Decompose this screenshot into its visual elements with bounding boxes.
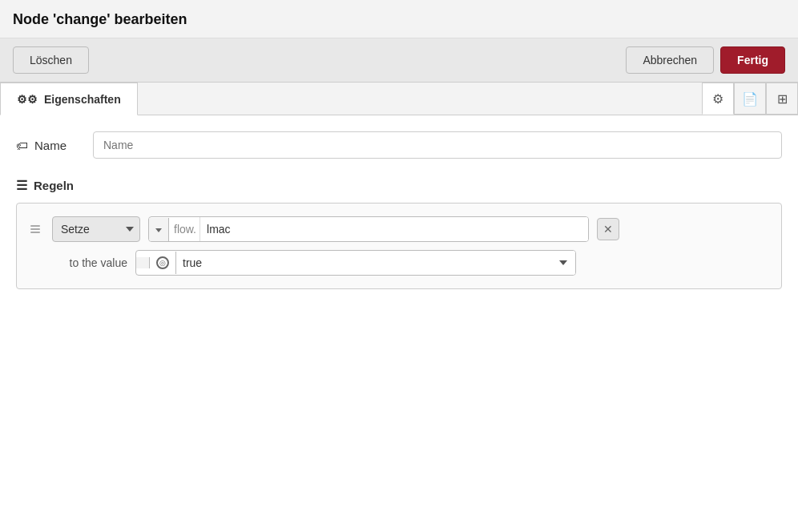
value-select-wrapper[interactable]: true false xyxy=(176,251,575,275)
rule-row-1: Setze Ändere Lösche Verschiebe flow. ✕ xyxy=(26,216,772,242)
tab-label: Eigenschaften xyxy=(44,93,121,106)
name-label: 🏷 Name xyxy=(16,139,80,152)
title-bar: Node 'change' bearbeiten xyxy=(0,0,798,38)
svg-rect-0 xyxy=(30,225,40,227)
action-select[interactable]: Setze Ändere Lösche Verschiebe xyxy=(52,216,140,242)
toolbar-left: Löschen xyxy=(13,46,89,74)
toolbar-right: Abbrechen Fertig xyxy=(626,46,785,74)
delete-rule-button[interactable]: ✕ xyxy=(597,218,619,240)
flow-dropdown-caret-icon xyxy=(155,224,162,236)
action-select-wrapper[interactable]: Setze Ändere Lösche Verschiebe xyxy=(52,216,140,242)
rules-label: Regeln xyxy=(34,179,74,192)
value-row: to the value ◎ true false xyxy=(26,250,772,276)
tab-eigenschaften[interactable]: ⚙ Eigenschaften xyxy=(0,83,138,115)
tab-gear-icon: ⚙ xyxy=(17,93,38,106)
flow-input-group: flow. xyxy=(148,216,589,242)
flow-type-button[interactable] xyxy=(149,218,169,241)
rules-heading: ☰ Regeln xyxy=(16,178,782,193)
flow-label: flow. xyxy=(169,217,200,241)
svg-rect-1 xyxy=(30,228,40,230)
list-icon: ☰ xyxy=(16,178,27,193)
value-bool-icon-wrapper: ◎ xyxy=(150,252,176,274)
tabs-area: ⚙ Eigenschaften ⚙ 📄 ⊞ xyxy=(0,83,798,115)
svg-rect-2 xyxy=(30,232,40,233)
close-icon: ✕ xyxy=(603,223,613,236)
tab-icon-doc-button[interactable]: 📄 xyxy=(734,83,766,115)
value-select[interactable]: true false xyxy=(176,251,575,275)
to-value-label: to the value xyxy=(55,256,127,269)
rules-box: Setze Ändere Lösche Verschiebe flow. ✕ xyxy=(16,203,782,289)
flow-value-input[interactable] xyxy=(200,217,588,241)
page-title: Node 'change' bearbeiten xyxy=(13,11,785,28)
caret-icon xyxy=(155,228,162,232)
name-label-text: Name xyxy=(34,139,66,152)
content-area: 🏷 Name ☰ Regeln Setze Ändere xyxy=(0,115,798,305)
cancel-button[interactable]: Abbrechen xyxy=(626,46,714,74)
tag-icon: 🏷 xyxy=(16,139,28,152)
tab-icon-gear-button[interactable]: ⚙ xyxy=(702,83,734,115)
tab-icon-layout-button[interactable]: ⊞ xyxy=(766,83,798,115)
tab-icon-buttons: ⚙ 📄 ⊞ xyxy=(702,83,798,115)
value-input-group: ◎ true false xyxy=(135,250,576,276)
value-type-button[interactable] xyxy=(136,257,150,268)
done-button[interactable]: Fertig xyxy=(720,46,785,74)
drag-handle[interactable] xyxy=(26,220,44,238)
delete-button[interactable]: Löschen xyxy=(13,46,89,74)
name-field-row: 🏷 Name xyxy=(16,131,782,159)
bool-icon: ◎ xyxy=(156,256,169,269)
name-input[interactable] xyxy=(93,131,782,159)
toolbar: Löschen Abbrechen Fertig xyxy=(0,38,798,83)
